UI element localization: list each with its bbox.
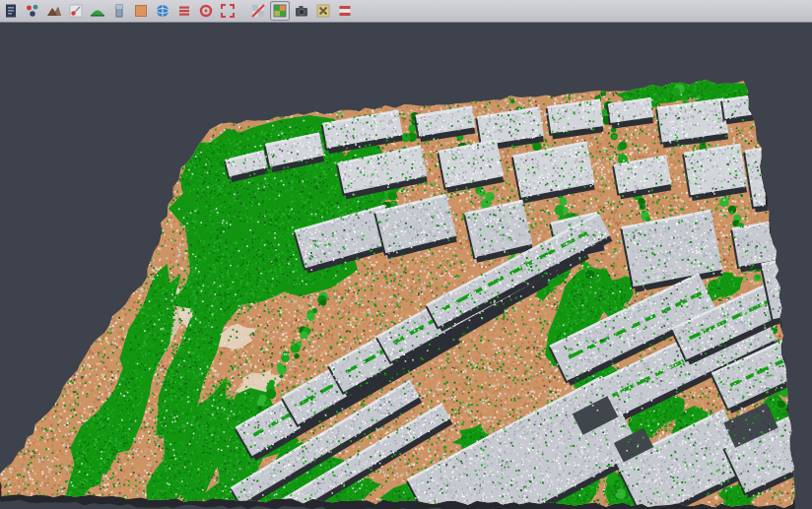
toolbar-group-separator bbox=[239, 2, 246, 20]
building-column-icon[interactable] bbox=[109, 1, 129, 21]
ground-class-icon[interactable] bbox=[131, 1, 151, 21]
application-window bbox=[0, 0, 812, 509]
globe-icon[interactable] bbox=[153, 1, 172, 21]
point-picker-icon[interactable] bbox=[66, 1, 86, 21]
target-icon[interactable] bbox=[196, 1, 216, 21]
delete-area-icon[interactable] bbox=[248, 1, 268, 21]
viewport-3d-view[interactable] bbox=[0, 0, 812, 509]
toolbar bbox=[0, 0, 812, 23]
classify-points-icon[interactable] bbox=[23, 1, 42, 21]
dtm-hill-icon[interactable] bbox=[88, 1, 107, 21]
classification-map-icon[interactable] bbox=[270, 1, 290, 21]
camera-icon[interactable] bbox=[292, 1, 311, 21]
close-selection-icon[interactable] bbox=[313, 1, 333, 21]
project-document-icon[interactable] bbox=[1, 1, 21, 21]
flag-icon[interactable] bbox=[335, 1, 355, 21]
crop-region-icon[interactable] bbox=[218, 1, 237, 21]
layers-icon[interactable] bbox=[174, 1, 194, 21]
terrain-icon[interactable] bbox=[44, 1, 64, 21]
